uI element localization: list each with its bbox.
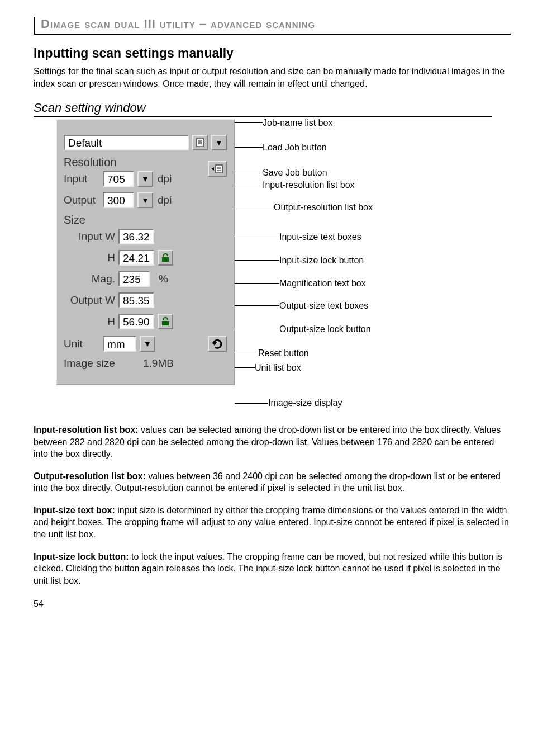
section-intro: Settings for the final scan such as inpu… bbox=[34, 65, 511, 89]
para2-label: Output-resolution list box: bbox=[34, 471, 146, 481]
input-res-label: Input bbox=[64, 173, 99, 185]
undo-arrow-icon bbox=[211, 338, 223, 349]
callout-load-job: Load Job button bbox=[263, 143, 327, 153]
callout-unit-list: Unit list box bbox=[255, 363, 301, 373]
output-res-unit: dpi bbox=[158, 194, 172, 206]
input-width-input[interactable]: 36.32 bbox=[118, 229, 154, 244]
input-resolution-input[interactable]: 705 bbox=[103, 171, 134, 187]
mag-label: Mag. bbox=[64, 273, 115, 285]
output-resolution-input[interactable]: 300 bbox=[103, 192, 134, 208]
callout-output-size-lock: Output-size lock button bbox=[279, 324, 371, 334]
page-number: 54 bbox=[34, 599, 511, 609]
document-list-icon bbox=[195, 138, 205, 148]
size-group-label: Size bbox=[64, 214, 227, 226]
callouts-column: Job-name list box Load Job button Save J… bbox=[235, 119, 373, 408]
callout-output-res-list: Output-resolution list box bbox=[274, 202, 373, 212]
para3-label: Input-size text box: bbox=[34, 505, 115, 515]
page-header-title: Dimage scan dual III utility – advanced … bbox=[41, 17, 315, 31]
unit-dropdown-button[interactable]: ▼ bbox=[140, 336, 155, 352]
svg-rect-8 bbox=[162, 257, 169, 262]
chevron-down-icon: ▼ bbox=[215, 138, 223, 147]
para1-label: Input-resolution list box: bbox=[34, 425, 139, 434]
subsection-title: Scan setting window bbox=[34, 101, 492, 117]
resolution-group-label: Resolution bbox=[64, 156, 227, 169]
unit-select[interactable]: mm bbox=[103, 336, 136, 352]
para-input-resolution: Input-resolution list box: values can be… bbox=[34, 424, 511, 460]
image-size-label: Image size bbox=[64, 357, 124, 370]
para4-label: Input-size lock button: bbox=[34, 552, 129, 561]
callout-mag-text: Magnification text box bbox=[279, 278, 366, 289]
callout-image-size-disp: Image-size display bbox=[268, 398, 342, 408]
output-res-label: Output bbox=[64, 194, 99, 206]
callout-job-name-list: Job-name list box bbox=[263, 118, 332, 128]
callout-save-job: Save Job button bbox=[263, 168, 327, 178]
input-w-label: Input W bbox=[64, 230, 115, 243]
input-res-unit: dpi bbox=[158, 173, 172, 185]
save-arrow-icon bbox=[211, 164, 224, 173]
output-h-label: H bbox=[64, 315, 115, 328]
lock-open-icon bbox=[160, 316, 170, 327]
reset-button[interactable] bbox=[208, 336, 227, 352]
output-height-input[interactable]: 56.90 bbox=[118, 314, 154, 329]
input-height-input[interactable]: 24.21 bbox=[118, 250, 154, 266]
load-job-button[interactable] bbox=[192, 135, 208, 150]
para-output-resolution: Output-resolution list box: values betwe… bbox=[34, 470, 511, 494]
scan-setting-panel: Default ▼ Resolution Input 705 ▼ dpi Out… bbox=[56, 119, 235, 385]
input-h-label: H bbox=[64, 252, 115, 264]
job-name-input[interactable]: Default bbox=[64, 135, 189, 150]
input-resolution-dropdown-button[interactable]: ▼ bbox=[137, 171, 153, 187]
page-header: Dimage scan dual III utility – advanced … bbox=[34, 17, 511, 35]
svg-rect-9 bbox=[162, 321, 169, 325]
section-title: Inputting scan settings manually bbox=[34, 46, 511, 61]
callout-input-res-list: Input-resolution list box bbox=[263, 180, 355, 190]
input-size-lock-button[interactable] bbox=[158, 250, 173, 266]
output-resolution-dropdown-button[interactable]: ▼ bbox=[137, 192, 153, 208]
chevron-down-icon: ▼ bbox=[141, 196, 149, 205]
save-job-button[interactable] bbox=[208, 161, 227, 177]
para-input-size-lock: Input-size lock button: to lock the inpu… bbox=[34, 551, 511, 587]
mag-percent: % bbox=[159, 273, 168, 285]
callout-input-size-lock: Input-size lock button bbox=[279, 256, 364, 266]
job-name-dropdown-button[interactable]: ▼ bbox=[211, 135, 227, 150]
callout-reset: Reset button bbox=[258, 348, 309, 358]
para-input-size-text: Input-size text box: input size is deter… bbox=[34, 504, 511, 541]
chevron-down-icon: ▼ bbox=[144, 339, 151, 348]
output-width-input[interactable]: 85.35 bbox=[118, 292, 154, 308]
callout-input-size-text: Input-size text boxes bbox=[279, 232, 361, 242]
callout-output-size-text: Output-size text boxes bbox=[279, 301, 368, 311]
output-size-lock-button[interactable] bbox=[158, 314, 173, 329]
image-size-value: 1.9MB bbox=[143, 357, 174, 370]
lock-open-icon bbox=[160, 253, 170, 263]
magnification-input[interactable]: 235 bbox=[118, 271, 150, 287]
unit-label: Unit bbox=[64, 338, 99, 350]
chevron-down-icon: ▼ bbox=[141, 174, 149, 183]
output-w-label: Output W bbox=[64, 294, 115, 306]
scan-setting-diagram: Default ▼ Resolution Input 705 ▼ dpi Out… bbox=[56, 119, 511, 408]
